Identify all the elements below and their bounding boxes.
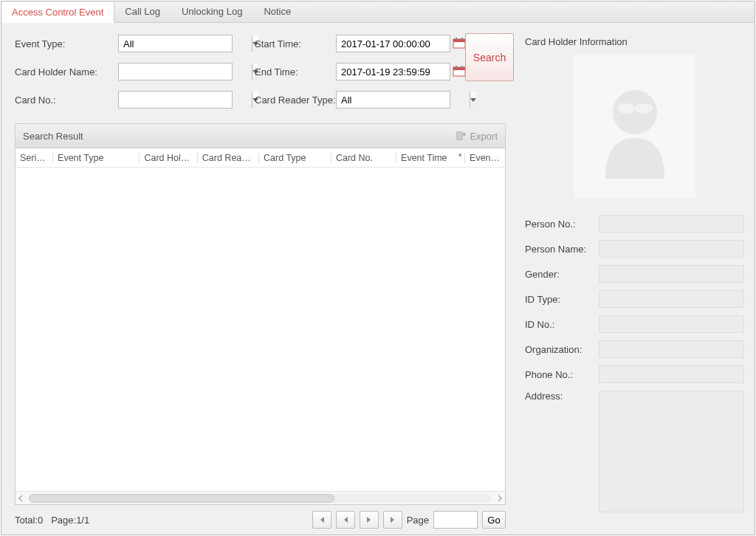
calendar-icon[interactable]	[450, 65, 467, 79]
go-button[interactable]: Go	[482, 511, 506, 529]
search-button[interactable]: Search	[465, 33, 514, 81]
id-no-field	[599, 315, 744, 333]
col-event-type[interactable]: Event Type	[53, 153, 140, 163]
page-text: Page	[407, 515, 429, 526]
info-title: Card Holder Information	[525, 36, 744, 47]
organization-field	[599, 340, 744, 358]
person-name-field	[599, 240, 744, 258]
end-time-field[interactable]	[336, 63, 450, 80]
tab-bar: Access Control Event Call Log Unlocking …	[1, 1, 755, 23]
gender-field	[599, 265, 744, 283]
next-page-button[interactable]	[360, 511, 379, 529]
person-name-label: Person Name:	[525, 244, 599, 255]
person-no-field	[599, 215, 744, 233]
end-time-label: End Time:	[255, 66, 336, 78]
result-title: Search Result	[23, 131, 83, 142]
result-header: Search Result Export	[15, 123, 506, 148]
search-form: Event Type: Start Time: Card Holder Name…	[15, 35, 506, 109]
svg-rect-3	[461, 38, 463, 40]
reader-type-select[interactable]	[336, 91, 450, 109]
card-no-select[interactable]	[118, 91, 233, 109]
total-label: Total:0	[15, 515, 43, 526]
svg-point-8	[613, 90, 657, 134]
col-event-source[interactable]: Event S	[465, 153, 505, 163]
chevron-down-icon[interactable]	[470, 92, 476, 108]
tab-access-control[interactable]: Access Control Event	[1, 2, 114, 23]
app-window: Access Control Event Call Log Unlocking …	[1, 1, 755, 535]
col-card-type[interactable]: Card Type	[259, 153, 331, 163]
id-type-label: ID Type:	[525, 294, 599, 305]
id-no-label: ID No.:	[525, 319, 599, 330]
prev-page-button[interactable]	[336, 511, 355, 529]
first-page-button[interactable]	[312, 511, 331, 529]
card-holder-input[interactable]	[119, 63, 252, 80]
avatar-icon	[591, 75, 679, 179]
svg-rect-5	[453, 67, 465, 70]
card-holder-label: Card Holder Name:	[15, 66, 118, 78]
page-count-label: Page:1/1	[51, 515, 89, 526]
event-type-select[interactable]	[118, 35, 233, 52]
start-time-field[interactable]	[336, 35, 450, 52]
col-event-time[interactable]: Event Time▾	[396, 153, 465, 163]
scroll-thumb[interactable]	[29, 494, 334, 503]
card-no-input[interactable]	[119, 92, 252, 108]
event-type-input[interactable]	[119, 35, 252, 52]
reader-type-label: Card Reader Type:	[255, 95, 336, 106]
start-time-input[interactable]	[337, 35, 470, 52]
svg-point-9	[617, 103, 635, 114]
gender-label: Gender:	[525, 269, 599, 280]
calendar-icon[interactable]	[450, 37, 467, 51]
table-header: Serial ... Event Type Card Holder Card R…	[16, 148, 505, 168]
organization-label: Organization:	[525, 344, 599, 355]
col-serial[interactable]: Serial ...	[16, 153, 53, 163]
last-page-button[interactable]	[383, 511, 402, 529]
reader-type-input[interactable]	[337, 92, 470, 108]
card-no-label: Card No.:	[15, 95, 118, 106]
tab-unlocking-log[interactable]: Unlocking Log	[171, 1, 253, 22]
card-holder-select[interactable]	[118, 63, 233, 80]
id-type-field	[599, 290, 744, 308]
start-time-label: Start Time:	[255, 38, 336, 49]
avatar-placeholder	[574, 55, 695, 199]
col-card-reader[interactable]: Card Reader...	[198, 153, 259, 163]
result-table: Serial ... Event Type Card Holder Card R…	[15, 148, 506, 505]
export-icon	[456, 131, 466, 141]
svg-rect-2	[456, 38, 457, 40]
end-time-input[interactable]	[337, 63, 470, 80]
table-body	[16, 168, 505, 491]
page-input[interactable]	[433, 511, 478, 529]
pager: Total:0 Page:1/1 Page Go	[15, 511, 506, 529]
sort-desc-icon: ▾	[458, 153, 462, 159]
scroll-left-icon[interactable]	[17, 495, 24, 502]
card-holder-info-panel: Card Holder Information Person No.: Pers…	[515, 23, 755, 535]
person-no-label: Person No.:	[525, 219, 599, 230]
svg-point-10	[635, 103, 653, 114]
scroll-right-icon[interactable]	[496, 495, 504, 502]
svg-rect-1	[453, 39, 465, 42]
tab-notice[interactable]: Notice	[253, 1, 302, 22]
address-label: Address:	[525, 391, 599, 402]
phone-no-field	[599, 365, 744, 383]
address-field	[599, 391, 744, 512]
export-button[interactable]: Export	[456, 131, 498, 142]
svg-rect-7	[461, 66, 463, 68]
event-type-label: Event Type:	[15, 38, 118, 49]
phone-no-label: Phone No.:	[525, 369, 599, 380]
export-label: Export	[470, 131, 498, 142]
col-card-no[interactable]: Card No.	[331, 153, 396, 163]
col-card-holder[interactable]: Card Holder	[140, 153, 197, 163]
horizontal-scrollbar[interactable]	[16, 491, 505, 504]
tab-call-log[interactable]: Call Log	[114, 1, 171, 22]
svg-rect-6	[456, 66, 457, 68]
left-panel: Event Type: Start Time: Card Holder Name…	[1, 23, 515, 535]
